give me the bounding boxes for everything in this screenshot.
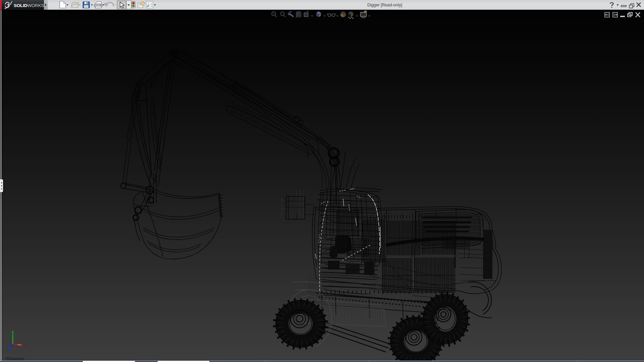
svg-text:Z: Z (6, 350, 8, 353)
svg-text:X: X (23, 344, 26, 347)
svg-text:Digger [Read-only]: Digger [Read-only] (367, 3, 402, 7)
svg-text:Y: Y (11, 329, 13, 333)
